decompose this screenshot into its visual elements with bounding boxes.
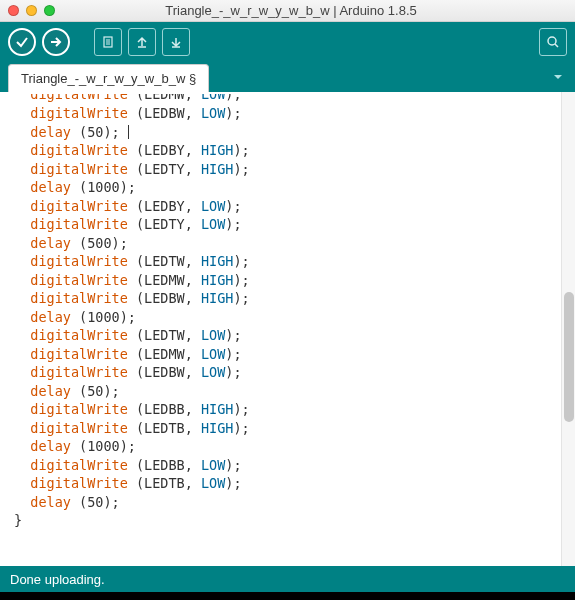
tab-menu-button[interactable] xyxy=(549,68,567,86)
arrow-up-icon xyxy=(135,35,149,49)
chevron-down-icon xyxy=(552,71,564,83)
toolbar xyxy=(0,22,575,62)
serial-monitor-button[interactable] xyxy=(539,28,567,56)
status-bar: Done uploading. xyxy=(0,566,575,592)
file-icon xyxy=(101,35,115,49)
verify-button[interactable] xyxy=(8,28,36,56)
window-title: Triangle_-_w_r_w_y_w_b_w | Arduino 1.8.5 xyxy=(15,3,567,18)
console-area xyxy=(0,592,575,600)
search-icon xyxy=(545,34,561,50)
tab-bar: Triangle_-_w_r_w_y_w_b_w § xyxy=(0,62,575,92)
svg-point-1 xyxy=(548,37,556,45)
upload-button[interactable] xyxy=(42,28,70,56)
tab-active[interactable]: Triangle_-_w_r_w_y_w_b_w § xyxy=(8,64,209,92)
scroll-thumb[interactable] xyxy=(564,292,574,422)
tab-label: Triangle_-_w_r_w_y_w_b_w § xyxy=(21,71,196,86)
status-text: Done uploading. xyxy=(10,572,105,587)
open-button[interactable] xyxy=(128,28,156,56)
vertical-scrollbar[interactable] xyxy=(561,92,575,566)
arrow-down-icon xyxy=(169,35,183,49)
code-editor[interactable]: digitalWrite (LEDMW, LOW); digitalWrite … xyxy=(0,92,561,566)
check-icon xyxy=(15,35,29,49)
editor-area: digitalWrite (LEDMW, LOW); digitalWrite … xyxy=(0,92,575,566)
window-titlebar: Triangle_-_w_r_w_y_w_b_w | Arduino 1.8.5 xyxy=(0,0,575,22)
save-button[interactable] xyxy=(162,28,190,56)
new-button[interactable] xyxy=(94,28,122,56)
arrow-right-icon xyxy=(49,35,63,49)
